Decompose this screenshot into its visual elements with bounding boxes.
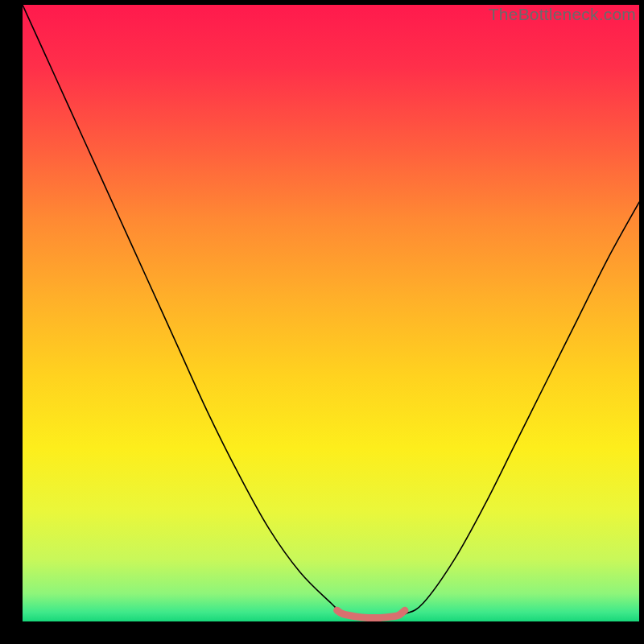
- gradient-background: [23, 5, 639, 621]
- chart-frame: TheBottleneck.com: [0, 0, 644, 644]
- watermark-label: TheBottleneck.com: [489, 5, 636, 24]
- bottleneck-chart-svg: [23, 5, 639, 621]
- plot-area: [23, 5, 639, 621]
